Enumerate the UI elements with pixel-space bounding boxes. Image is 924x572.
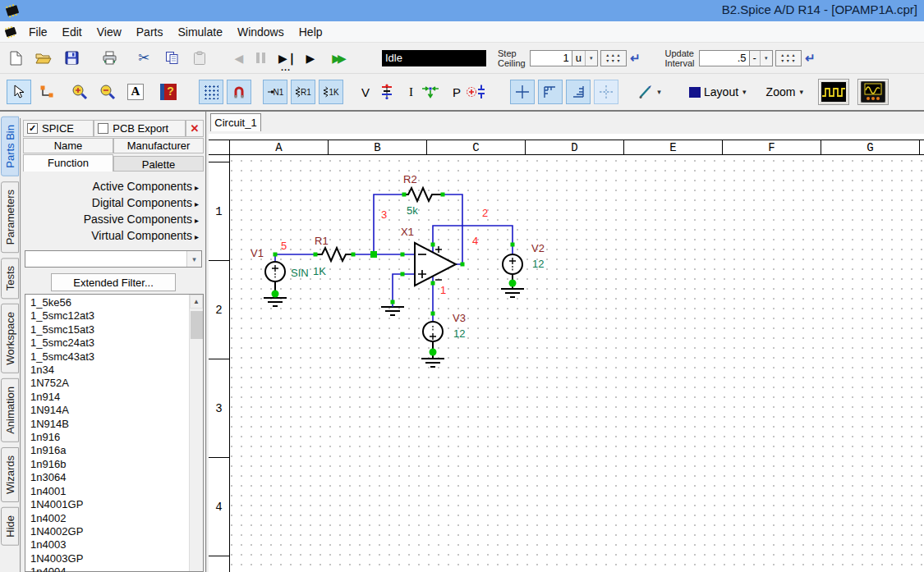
- part-item[interactable]: 1N4003GP: [30, 552, 203, 565]
- layout-dropdown[interactable]: Layout ▾: [689, 85, 747, 98]
- part-item[interactable]: 1_5smc12at3: [30, 309, 203, 323]
- label-x1-ref[interactable]: X1: [401, 226, 414, 238]
- update-interval-unit-dropdown-icon[interactable]: ▾: [760, 51, 772, 66]
- label-v2-ref[interactable]: V2: [531, 242, 545, 254]
- sidebar-tab-hide[interactable]: Hide: [1, 507, 19, 546]
- part-item[interactable]: 1n3064: [30, 471, 203, 484]
- sidebar-tab-animation[interactable]: Animation: [1, 378, 19, 442]
- part-item[interactable]: 1N752A: [30, 377, 203, 390]
- select-tool-button[interactable]: [7, 80, 31, 104]
- current-marker-button[interactable]: [418, 80, 443, 104]
- open-file-icon[interactable]: [33, 48, 54, 69]
- part-item[interactable]: 1n34: [30, 364, 203, 377]
- pcb-export-checkbox[interactable]: PCB Export: [94, 120, 186, 137]
- part-item[interactable]: 1N914A: [30, 404, 203, 417]
- ruler-edge-button[interactable]: [566, 80, 591, 104]
- zoom-dropdown[interactable]: Zoom ▾: [766, 85, 803, 98]
- find-part-button[interactable]: ?: [156, 80, 181, 104]
- digital-scope-button[interactable]: [818, 79, 849, 105]
- palette-tab[interactable]: Palette: [113, 156, 204, 172]
- ruler-corner-button[interactable]: [538, 80, 563, 104]
- name-tab[interactable]: Name: [23, 138, 113, 153]
- power-probe-label[interactable]: P: [453, 85, 461, 99]
- part-item[interactable]: 1n916a: [30, 444, 203, 457]
- label-v3-value[interactable]: 12: [453, 327, 465, 340]
- part-item[interactable]: 1n916: [30, 431, 203, 444]
- label-r2-value[interactable]: 5k: [407, 204, 418, 217]
- snap-cursor-button[interactable]: [594, 80, 618, 104]
- wire-tool-button[interactable]: [34, 80, 59, 104]
- part-filter-combobox[interactable]: ▾: [25, 250, 202, 268]
- run-button[interactable]: ▶: [303, 52, 318, 65]
- part-item[interactable]: 1n914: [30, 391, 203, 404]
- part-item[interactable]: 1n4002: [30, 512, 203, 525]
- spice-checkbox[interactable]: ✓ SPICE: [23, 120, 94, 137]
- part-item[interactable]: 1N914B: [30, 418, 203, 431]
- update-interval-input[interactable]: [699, 50, 750, 66]
- cut-icon[interactable]: ✂: [133, 48, 154, 69]
- menu-parts[interactable]: Parts: [129, 22, 171, 42]
- label-net-5[interactable]: 5: [281, 240, 287, 252]
- part-item[interactable]: 1_5smc24at3: [30, 336, 203, 350]
- label-r1-value[interactable]: 1K: [313, 265, 326, 277]
- label-v2-value[interactable]: 12: [532, 258, 544, 270]
- grid-toggle-button[interactable]: [199, 80, 223, 104]
- sidebar-tab-parameters[interactable]: Parameters: [1, 181, 19, 253]
- label-net-3[interactable]: 3: [381, 208, 387, 221]
- snap-toggle-button[interactable]: [227, 80, 251, 104]
- manufacturer-tab[interactable]: Manufacturer: [113, 138, 204, 153]
- close-panel-button[interactable]: ✕: [186, 120, 204, 137]
- menu-edit[interactable]: Edit: [55, 22, 90, 42]
- update-interval-apply-icon[interactable]: ↵: [805, 51, 816, 66]
- new-document-icon[interactable]: [5, 48, 26, 69]
- combobox-dropdown-icon[interactable]: ▾: [186, 251, 201, 267]
- part-item[interactable]: 1n4004: [30, 565, 203, 572]
- copy-icon[interactable]: [161, 48, 182, 69]
- menu-simulate[interactable]: Simulate: [170, 22, 229, 42]
- label-v1-value[interactable]: SIN: [291, 267, 309, 279]
- show-node-names-button[interactable]: N1: [263, 80, 287, 104]
- part-item[interactable]: 1n916b: [30, 458, 203, 471]
- part-item[interactable]: 1n4003: [30, 538, 203, 551]
- sidebar-tab-parts-bin[interactable]: Parts Bin: [1, 117, 19, 176]
- step-run-button[interactable]: ▶❘ ...: [278, 52, 293, 65]
- function-tab[interactable]: Function: [23, 154, 113, 172]
- sidebar-tab-tests[interactable]: Tests: [1, 258, 19, 299]
- crosshair-tool-button[interactable]: [510, 80, 535, 104]
- circuit-tab[interactable]: Circuit_1: [210, 113, 261, 131]
- zoom-in-button[interactable]: [67, 80, 92, 104]
- label-v3-ref[interactable]: V3: [453, 312, 466, 324]
- label-r2-ref[interactable]: R2: [403, 173, 417, 185]
- extended-filter-button[interactable]: Extended Filter...: [51, 273, 176, 291]
- update-interval-spinner[interactable]: ▴ ▴ ▴▾ ▾ ▾: [775, 50, 802, 66]
- sidebar-tab-wizards[interactable]: Wizards: [1, 447, 19, 502]
- label-net-4[interactable]: 4: [472, 235, 478, 247]
- show-ref-designators-button[interactable]: R1: [291, 80, 315, 104]
- show-values-button[interactable]: 1K: [319, 80, 343, 104]
- step-ceiling-unit-dropdown-icon[interactable]: ▾: [585, 51, 597, 66]
- menu-view[interactable]: View: [90, 22, 129, 42]
- category-active-components[interactable]: Active Components▸: [21, 178, 205, 194]
- part-item[interactable]: 1N4002GP: [30, 525, 203, 538]
- part-item[interactable]: 1_5ke56: [30, 296, 203, 309]
- zoom-out-button[interactable]: [95, 80, 120, 104]
- menu-help[interactable]: Help: [292, 22, 330, 42]
- analog-scope-button[interactable]: [857, 79, 889, 105]
- step-ceiling-unit[interactable]: u ▾: [572, 50, 598, 66]
- scrollbar-thumb[interactable]: [191, 311, 203, 339]
- label-net-1[interactable]: 1: [440, 284, 446, 296]
- part-item[interactable]: 1n4001: [30, 485, 203, 498]
- part-item[interactable]: 1_5smc15at3: [30, 323, 203, 336]
- label-net-2[interactable]: 2: [482, 207, 488, 219]
- step-ceiling-apply-icon[interactable]: ↵: [630, 51, 641, 66]
- power-marker-button[interactable]: [464, 80, 489, 104]
- parts-list-scrollbar[interactable]: ▲: [189, 295, 203, 571]
- menu-file[interactable]: File: [21, 22, 55, 42]
- category-virtual-components[interactable]: Virtual Components▸: [21, 227, 205, 244]
- category-digital-components[interactable]: Digital Components▸: [21, 194, 205, 211]
- voltage-probe-label[interactable]: V: [361, 85, 370, 99]
- step-ceiling-input[interactable]: [530, 50, 572, 66]
- part-item[interactable]: 1N4001GP: [30, 498, 203, 511]
- update-interval-unit[interactable]: - ▾: [750, 50, 773, 66]
- label-r1-ref[interactable]: R1: [315, 235, 329, 247]
